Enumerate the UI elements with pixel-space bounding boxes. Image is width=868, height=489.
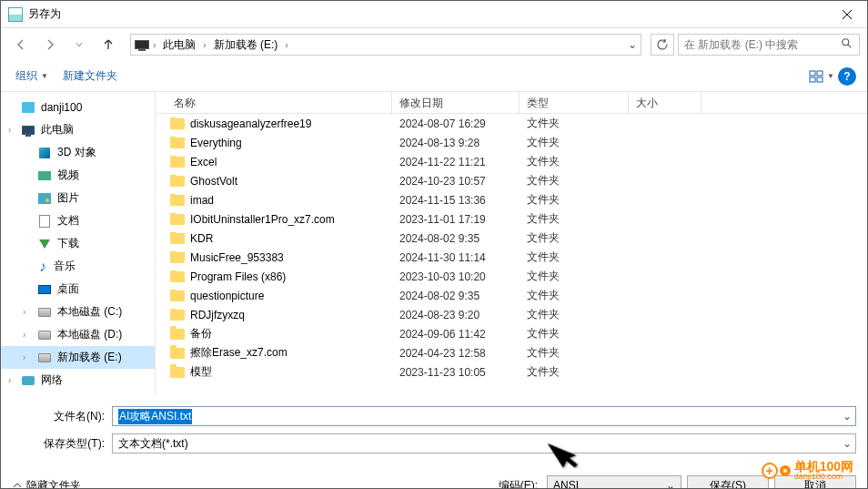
- svg-rect-2: [817, 71, 823, 76]
- sidebar-item[interactable]: ›此电脑: [1, 118, 155, 141]
- file-type: 文件夹: [520, 269, 629, 284]
- file-date: 2024-11-15 13:36: [392, 194, 520, 207]
- folder-icon: [170, 329, 185, 340]
- chevron-down-icon[interactable]: ⌄: [843, 410, 852, 423]
- file-type: 文件夹: [520, 211, 629, 227]
- file-row[interactable]: 模型2023-11-23 10:05文件夹: [156, 362, 867, 382]
- file-row[interactable]: KDR2024-08-02 9:35文件夹: [156, 229, 867, 248]
- file-row[interactable]: MusicFree_9533832024-11-30 11:14文件夹: [156, 248, 867, 267]
- expand-icon[interactable]: ›: [23, 330, 25, 340]
- file-row[interactable]: imad2024-11-15 13:36文件夹: [156, 190, 867, 209]
- folder-icon: [170, 290, 185, 301]
- sidebar-item[interactable]: ›新加载卷 (E:): [1, 346, 155, 369]
- sidebar-item-label: 新加载卷 (E:): [57, 350, 122, 365]
- search-input[interactable]: 在 新加载卷 (E:) 中搜索: [678, 34, 860, 56]
- chevron-down-icon[interactable]: ⌄: [843, 437, 852, 450]
- sidebar-item[interactable]: 桌面: [1, 278, 155, 301]
- pic-icon: [37, 191, 52, 206]
- app-icon: [8, 7, 23, 22]
- recent-dropdown[interactable]: [66, 32, 92, 57]
- column-size[interactable]: 大小: [629, 92, 701, 113]
- search-icon: [841, 37, 853, 53]
- sidebar-item-label: 此电脑: [41, 122, 74, 138]
- sidebar-item[interactable]: 文档: [1, 209, 155, 232]
- organize-button[interactable]: 组织 ▼: [8, 65, 56, 87]
- folder-icon: [170, 252, 185, 263]
- chevron-right-icon[interactable]: ›: [153, 40, 156, 50]
- expand-icon[interactable]: ›: [8, 125, 11, 135]
- window-title: 另存为: [28, 6, 826, 22]
- svg-rect-4: [817, 77, 823, 82]
- column-date[interactable]: 修改日期: [392, 92, 520, 113]
- sidebar-item-label: 网络: [41, 372, 63, 388]
- cancel-button[interactable]: 取消: [774, 475, 856, 489]
- sidebar-item-label: 桌面: [57, 281, 79, 297]
- file-date: 2023-10-03 10:20: [392, 270, 520, 283]
- column-name[interactable]: 名称: [156, 92, 392, 113]
- filename-input[interactable]: AI攻略ANSI.txt ⌄: [112, 406, 856, 426]
- sidebar-item[interactable]: 视频: [1, 164, 155, 187]
- new-folder-button[interactable]: 新建文件夹: [56, 65, 125, 87]
- file-date: 2024-11-30 11:14: [392, 251, 520, 264]
- address-dropdown[interactable]: ⌄: [628, 38, 637, 51]
- encoding-select[interactable]: ANSI ⌄: [547, 475, 681, 489]
- refresh-button[interactable]: [651, 34, 674, 56]
- folder-icon: [170, 176, 185, 187]
- folder-icon: [170, 214, 185, 225]
- sidebar-item[interactable]: 3D 对象: [1, 141, 155, 164]
- chevron-up-icon: [12, 480, 23, 489]
- file-type: 文件夹: [520, 345, 629, 361]
- sidebar-item[interactable]: ›网络: [1, 369, 155, 392]
- breadcrumb-item[interactable]: 新加载卷 (E:): [210, 36, 282, 55]
- sidebar-item-label: 本地磁盘 (D:): [57, 327, 122, 342]
- expand-icon[interactable]: ›: [23, 307, 25, 317]
- file-type: 文件夹: [520, 154, 629, 169]
- file-type: 文件夹: [520, 192, 629, 208]
- file-row[interactable]: Everything2024-08-13 9:28文件夹: [156, 133, 867, 152]
- expand-icon[interactable]: ›: [23, 352, 25, 362]
- svg-rect-1: [810, 71, 815, 76]
- folder-icon: [170, 271, 185, 282]
- help-button[interactable]: ?: [834, 66, 860, 87]
- expand-icon[interactable]: ›: [8, 375, 11, 385]
- file-type: 文件夹: [520, 230, 629, 246]
- file-row[interactable]: GhostVolt2024-10-23 10:57文件夹: [156, 171, 867, 190]
- view-button[interactable]: ▼: [809, 66, 834, 87]
- file-row[interactable]: 备份2024-09-06 11:42文件夹: [156, 324, 867, 343]
- hide-folders-link[interactable]: 隐藏文件夹: [12, 478, 81, 490]
- filename-label: 文件名(N):: [12, 409, 112, 424]
- filetype-select[interactable]: 文本文档(*.txt) ⌄: [112, 433, 856, 453]
- save-button[interactable]: 保存(S): [687, 475, 769, 489]
- file-row[interactable]: questionpicture2024-08-02 9:35文件夹: [156, 286, 867, 305]
- file-row[interactable]: RDJjfzyxzq2024-08-23 9:20文件夹: [156, 305, 867, 324]
- file-type: 文件夹: [520, 364, 629, 380]
- file-row[interactable]: Excel2024-11-22 11:21文件夹: [156, 152, 867, 171]
- pc-icon: [135, 40, 149, 49]
- file-row[interactable]: diskusageanalyzerfree192024-08-07 16:29文…: [156, 114, 867, 133]
- music-icon: ♪: [37, 260, 48, 273]
- chevron-right-icon[interactable]: ›: [203, 40, 206, 50]
- file-row[interactable]: 擦除Erase_xz7.com2024-04-23 12:58文件夹: [156, 343, 867, 362]
- file-name: imad: [190, 194, 214, 207]
- file-row[interactable]: Program Files (x86)2023-10-03 10:20文件夹: [156, 267, 867, 286]
- chevron-down-icon[interactable]: ⌄: [666, 479, 675, 489]
- sidebar-item[interactable]: danji100: [1, 96, 155, 118]
- file-name: 擦除Erase_xz7.com: [190, 345, 288, 361]
- sidebar-item[interactable]: ›本地磁盘 (C:): [1, 301, 155, 323]
- column-type[interactable]: 类型: [520, 92, 629, 113]
- breadcrumb-item[interactable]: 此电脑: [159, 36, 199, 55]
- up-button[interactable]: [96, 32, 121, 57]
- file-name: Everything: [190, 137, 242, 149]
- sidebar-item[interactable]: 图片: [1, 187, 155, 209]
- back-button[interactable]: [8, 32, 34, 57]
- sidebar-item[interactable]: ›本地磁盘 (D:): [1, 323, 155, 346]
- sidebar-item[interactable]: 下载: [1, 232, 155, 255]
- folder-icon: [170, 233, 185, 244]
- sidebar-item[interactable]: ♪音乐: [1, 255, 155, 278]
- forward-button[interactable]: [37, 32, 63, 57]
- address-bar[interactable]: › 此电脑 › 新加载卷 (E:) › ⌄: [130, 34, 641, 56]
- file-row[interactable]: IObitUninstaller1Pro_xz7.com2023-11-01 1…: [156, 209, 867, 229]
- chevron-right-icon[interactable]: ›: [285, 40, 288, 50]
- file-name: 模型: [190, 364, 212, 380]
- close-button[interactable]: [826, 2, 867, 27]
